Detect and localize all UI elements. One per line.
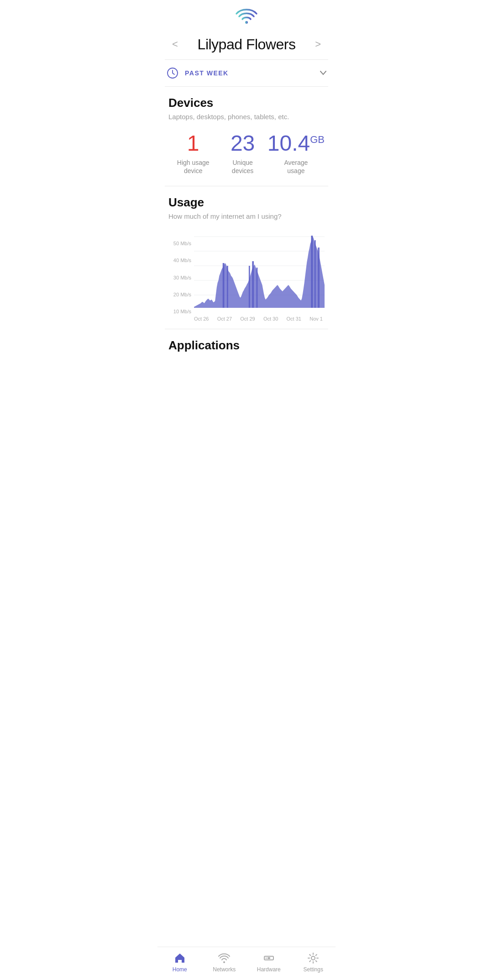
average-usage-unit: GB [310, 134, 325, 145]
y-label-30: 30 Mb/s [168, 275, 191, 280]
devices-stats-row: 1 High usagedevice 23 Uniquedevices 10.4… [168, 132, 325, 175]
chart-area: 50 Mb/s 40 Mb/s 30 Mb/s 20 Mb/s 10 Mb/s [168, 235, 325, 314]
svg-rect-13 [311, 236, 313, 308]
svg-rect-11 [252, 261, 254, 308]
high-usage-stat: 1 High usagedevice [168, 132, 218, 175]
svg-rect-10 [249, 266, 250, 308]
x-label-oct26: Oct 26 [194, 316, 209, 321]
devices-section: Devices Laptops, desktops, phones, table… [157, 87, 336, 186]
svg-rect-8 [223, 263, 225, 308]
average-usage-label: Averageusage [267, 158, 325, 175]
x-label-oct31: Oct 31 [287, 316, 301, 321]
wifi-logo-icon [157, 0, 336, 27]
applications-section-title: Applications [168, 338, 325, 353]
high-usage-label: High usagedevice [168, 158, 218, 175]
chevron-down-icon [320, 69, 326, 77]
x-axis: Oct 26 Oct 27 Oct 29 Oct 30 Oct 31 Nov 1 [168, 314, 323, 321]
usage-section-subtitle: How much of my internet am I using? [168, 212, 325, 220]
x-label-oct27: Oct 27 [217, 316, 232, 321]
usage-chart-container: 50 Mb/s 40 Mb/s 30 Mb/s 20 Mb/s 10 Mb/s [168, 231, 325, 321]
usage-section-title: Usage [168, 195, 325, 210]
svg-rect-15 [318, 248, 320, 308]
usage-section: Usage How much of my internet am I using… [157, 186, 336, 329]
svg-rect-12 [257, 268, 258, 308]
y-label-50: 50 Mb/s [168, 241, 191, 246]
x-label-oct29: Oct 29 [240, 316, 255, 321]
prev-nav-button[interactable]: < [168, 35, 182, 54]
svg-point-0 [245, 21, 248, 24]
unique-devices-label: Uniquedevices [218, 158, 267, 175]
devices-section-title: Devices [168, 96, 325, 110]
next-nav-button[interactable]: > [311, 35, 325, 54]
applications-section: Applications [157, 329, 336, 353]
y-label-10: 10 Mb/s [168, 309, 191, 314]
high-usage-value: 1 [168, 132, 218, 156]
unique-devices-value: 23 [218, 132, 267, 156]
x-label-oct30: Oct 30 [263, 316, 278, 321]
page-header: < Lilypad Flowers > [157, 27, 336, 59]
devices-section-subtitle: Laptops, desktops, phones, tablets, etc. [168, 113, 325, 121]
chart-graph [194, 235, 325, 314]
average-usage-value: 10.4GB [267, 132, 325, 156]
time-period-label: PAST WEEK [185, 69, 320, 77]
unique-devices-stat: 23 Uniquedevices [218, 132, 267, 175]
average-usage-stat: 10.4GB Averageusage [267, 132, 325, 175]
y-label-40: 40 Mb/s [168, 258, 191, 263]
time-period-selector[interactable]: PAST WEEK [157, 60, 336, 86]
svg-rect-9 [227, 266, 228, 308]
page-title: Lilypad Flowers [198, 36, 296, 53]
y-label-20: 20 Mb/s [168, 292, 191, 297]
x-label-nov1: Nov 1 [309, 316, 323, 321]
clock-icon [167, 67, 178, 79]
svg-rect-14 [315, 240, 316, 308]
usage-chart-svg [194, 235, 325, 312]
